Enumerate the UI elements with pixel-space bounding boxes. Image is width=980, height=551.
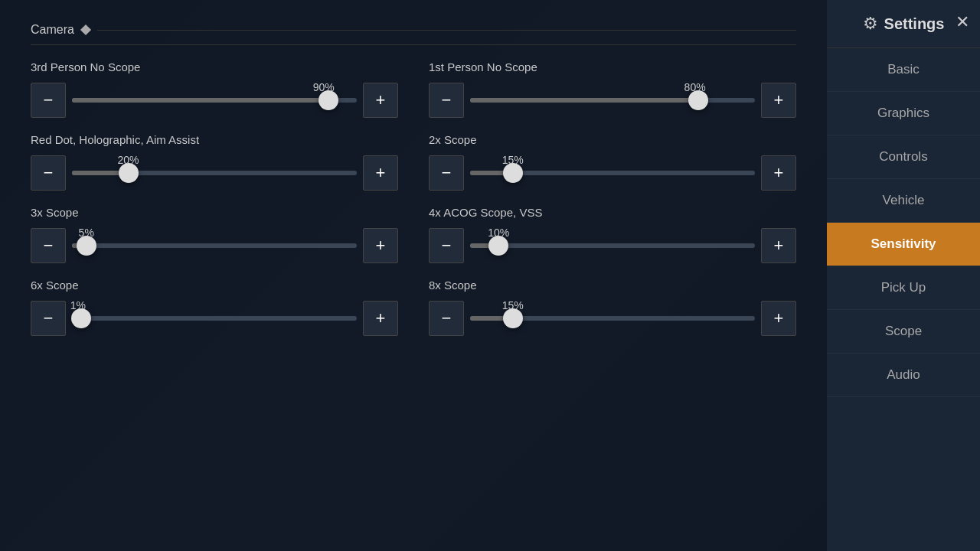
slider-value-red-dot: 20% <box>117 154 139 166</box>
setting-1st-person-no-scope: 1st Person No Scope − 80% + <box>429 60 796 118</box>
label-4x-acog-scope: 4x ACOG Scope, VSS <box>429 206 796 219</box>
slider-6x-scope[interactable]: 1% <box>72 301 357 336</box>
slider-value-1st-person: 80% <box>684 81 706 93</box>
plus-btn-4x-acog[interactable]: + <box>761 228 796 263</box>
slider-8x-scope[interactable]: 15% <box>470 301 755 336</box>
slider-row-8x-scope: − 15% + <box>429 301 796 336</box>
sidebar-label-basic: Basic <box>887 62 920 77</box>
diamond-icon <box>80 24 91 35</box>
setting-2x-scope: 2x Scope − 15% + <box>429 133 796 191</box>
sidebar-label-controls: Controls <box>879 149 927 164</box>
setting-6x-scope: 6x Scope − 1% + <box>31 279 398 336</box>
slider-track-red-dot: 20% <box>72 171 357 175</box>
gear-icon: ⚙ <box>863 14 878 34</box>
slider-3x-scope[interactable]: 5% <box>72 228 357 263</box>
sidebar-item-audio[interactable]: Audio <box>827 354 980 397</box>
minus-btn-red-dot[interactable]: − <box>31 155 66 191</box>
slider-row-6x-scope: − 1% + <box>31 301 398 336</box>
sidebar-label-scope: Scope <box>885 324 922 338</box>
sidebar-label-audio: Audio <box>887 367 920 382</box>
plus-btn-2x-scope[interactable]: + <box>761 155 796 191</box>
slider-track-1st-person: 80% <box>470 98 755 103</box>
sidebar-item-scope[interactable]: Scope <box>827 310 980 354</box>
sidebar-item-graphics[interactable]: Graphics <box>827 92 980 135</box>
sliders-grid: 3rd Person No Scope − 90% + 1st Person N… <box>31 60 796 336</box>
slider-fill-3rd-person <box>72 98 328 103</box>
sidebar-item-pickup[interactable]: Pick Up <box>827 266 980 310</box>
minus-btn-4x-acog[interactable]: − <box>429 228 464 263</box>
slider-track-3rd-person: 90% <box>72 98 357 103</box>
plus-btn-3rd-person[interactable]: + <box>363 83 398 118</box>
slider-row-2x-scope: − 15% + <box>429 155 796 191</box>
setting-3x-scope: 3x Scope − 5% + <box>31 206 398 263</box>
slider-value-3x-scope: 5% <box>79 227 94 239</box>
minus-btn-2x-scope[interactable]: − <box>429 155 464 191</box>
sidebar-label-sensitivity: Sensitivity <box>871 236 936 251</box>
camera-section-title: Camera <box>31 23 796 45</box>
slider-row-red-dot: − 20% + <box>31 155 398 191</box>
slider-row-3x-scope: − 5% + <box>31 228 398 263</box>
settings-title: Settings <box>884 15 945 33</box>
minus-btn-3x-scope[interactable]: − <box>31 228 66 263</box>
sidebar: ⚙ Settings ✕ Basic Graphics Controls Veh… <box>827 0 980 551</box>
setting-red-dot: Red Dot, Holographic, Aim Assist − 20% + <box>31 133 398 191</box>
slider-value-3rd-person: 90% <box>313 81 335 93</box>
camera-label: Camera <box>31 23 74 37</box>
slider-track-8x-scope: 15% <box>470 316 755 321</box>
slider-row-3rd-person: − 90% + <box>31 83 398 118</box>
slider-track-4x-acog: 10% <box>470 243 755 248</box>
sidebar-item-sensitivity[interactable]: Sensitivity <box>827 223 980 266</box>
slider-value-2x-scope: 15% <box>502 154 524 166</box>
slider-3rd-person[interactable]: 90% <box>72 83 357 118</box>
slider-value-8x-scope: 15% <box>502 299 524 311</box>
slider-1st-person[interactable]: 80% <box>470 83 755 118</box>
slider-fill-1st-person <box>470 98 698 103</box>
slider-track-6x-scope: 1% <box>72 316 357 321</box>
slider-track-3x-scope: 5% <box>72 243 357 248</box>
setting-8x-scope: 8x Scope − 15% + <box>429 279 796 336</box>
plus-btn-8x-scope[interactable]: + <box>761 301 796 336</box>
plus-btn-1st-person[interactable]: + <box>761 83 796 118</box>
label-red-dot: Red Dot, Holographic, Aim Assist <box>31 133 398 146</box>
minus-btn-6x-scope[interactable]: − <box>31 301 66 336</box>
slider-row-1st-person: − 80% + <box>429 83 796 118</box>
settings-header: ⚙ Settings ✕ <box>827 0 980 48</box>
label-3x-scope: 3x Scope <box>31 206 398 219</box>
sidebar-item-vehicle[interactable]: Vehicle <box>827 179 980 223</box>
slider-red-dot[interactable]: 20% <box>72 155 357 191</box>
sidebar-label-vehicle: Vehicle <box>883 193 925 207</box>
slider-4x-acog[interactable]: 10% <box>470 228 755 263</box>
plus-btn-red-dot[interactable]: + <box>363 155 398 191</box>
minus-btn-1st-person[interactable]: − <box>429 83 464 118</box>
plus-btn-6x-scope[interactable]: + <box>363 301 398 336</box>
label-3rd-person-no-scope: 3rd Person No Scope <box>31 60 398 73</box>
label-1st-person-no-scope: 1st Person No Scope <box>429 60 796 73</box>
sidebar-label-pickup: Pick Up <box>881 280 926 295</box>
slider-2x-scope[interactable]: 15% <box>470 155 755 191</box>
label-6x-scope: 6x Scope <box>31 279 398 292</box>
close-button[interactable]: ✕ <box>956 12 969 32</box>
slider-value-4x-acog: 10% <box>488 227 509 239</box>
slider-value-6x-scope: 1% <box>70 299 86 311</box>
label-2x-scope: 2x Scope <box>429 133 796 146</box>
sidebar-item-basic[interactable]: Basic <box>827 48 980 92</box>
slider-row-4x-acog: − 10% + <box>429 228 796 263</box>
main-panel: Camera 3rd Person No Scope − 90% + 1s <box>0 0 827 551</box>
setting-3rd-person-no-scope: 3rd Person No Scope − 90% + <box>31 60 398 118</box>
minus-btn-3rd-person[interactable]: − <box>31 83 66 118</box>
slider-track-2x-scope: 15% <box>470 171 755 175</box>
setting-4x-acog-scope: 4x ACOG Scope, VSS − 10% + <box>429 206 796 263</box>
sidebar-item-controls[interactable]: Controls <box>827 135 980 179</box>
plus-btn-3x-scope[interactable]: + <box>363 228 398 263</box>
sidebar-label-graphics: Graphics <box>877 106 929 120</box>
label-8x-scope: 8x Scope <box>429 279 796 292</box>
minus-btn-8x-scope[interactable]: − <box>429 301 464 336</box>
